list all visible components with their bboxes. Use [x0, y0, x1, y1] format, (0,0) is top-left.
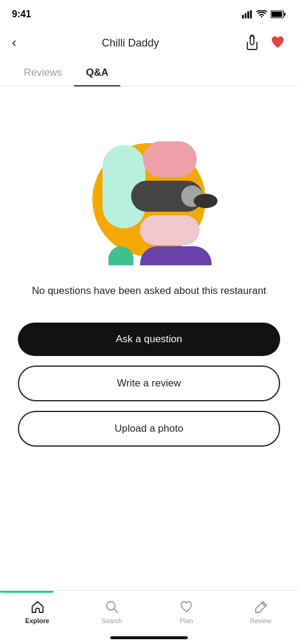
svg-rect-15: [140, 246, 212, 265]
svg-rect-0: [242, 15, 244, 18]
favorite-button[interactable]: [269, 34, 286, 52]
nav-item-search[interactable]: Search: [74, 597, 149, 624]
bottom-nav: Explore Search Plan Review: [0, 590, 298, 644]
nav-item-plan[interactable]: Plan: [149, 597, 224, 624]
nav-item-explore[interactable]: Explore: [0, 597, 74, 624]
svg-rect-2: [247, 11, 249, 18]
header: ‹ Chilli Daddy: [0, 26, 298, 60]
svg-rect-5: [284, 13, 286, 16]
status-time: 9:41: [12, 9, 31, 20]
svg-rect-1: [245, 13, 247, 18]
tab-bar: Reviews Q&A: [0, 60, 298, 86]
svg-rect-3: [250, 10, 252, 18]
svg-line-19: [114, 609, 117, 613]
ask-question-button[interactable]: Ask a question: [18, 323, 280, 356]
nav-item-review[interactable]: Review: [224, 597, 298, 624]
nav-label-search: Search: [101, 617, 122, 624]
svg-point-13: [194, 194, 218, 208]
pencil-icon: [253, 599, 269, 615]
upload-photo-button[interactable]: Upload a photo: [18, 411, 280, 447]
tab-qna[interactable]: Q&A: [74, 60, 120, 86]
home-bar: [110, 636, 188, 639]
home-icon: [30, 599, 45, 615]
nav-label-review: Review: [250, 617, 271, 624]
share-button[interactable]: [244, 34, 260, 52]
search-icon: [104, 599, 120, 615]
signal-icon: [242, 10, 253, 18]
svg-rect-14: [140, 215, 200, 245]
nav-label-plan: Plan: [179, 617, 193, 624]
illustration-container: [0, 98, 298, 283]
heart-icon: [269, 34, 286, 51]
active-nav-indicator: [0, 591, 54, 593]
share-icon: [244, 34, 260, 51]
write-review-button[interactable]: Write a review: [18, 366, 280, 401]
status-icons: [242, 10, 286, 18]
empty-state-message: No questions have been asked about this …: [0, 283, 298, 323]
header-actions: [244, 34, 286, 52]
battery-icon: [271, 10, 286, 18]
svg-rect-10: [143, 141, 197, 177]
nav-label-explore: Explore: [25, 617, 49, 624]
page-title: Chilli Daddy: [102, 37, 159, 49]
qa-illustration: [77, 110, 221, 265]
back-button[interactable]: ‹: [12, 35, 16, 51]
heart-nav-icon: [179, 599, 194, 615]
status-bar: 9:41: [0, 0, 298, 26]
svg-rect-6: [272, 12, 283, 17]
action-buttons: Ask a question Write a review Upload a p…: [0, 323, 298, 447]
wifi-icon: [256, 10, 267, 18]
tab-reviews[interactable]: Reviews: [12, 60, 74, 86]
